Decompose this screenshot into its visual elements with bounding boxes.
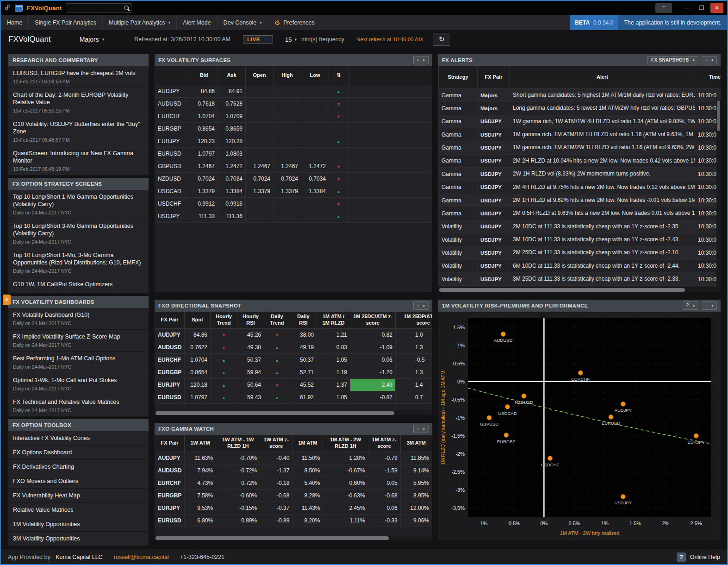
menu-alert-mode[interactable]: Alert Mode: [177, 15, 217, 30]
scrollbar-thumb[interactable]: [156, 411, 394, 415]
help-icon[interactable]: ?: [677, 552, 686, 562]
sidebar-item[interactable]: Chart of the Day: 2-Month EURGBP Volatil…: [8, 88, 149, 117]
surface-row[interactable]: USDCHF 0.9912 0.9916: [155, 198, 432, 210]
alert-row[interactable]: Gamma USDJPY 2M 4H RLZD at 9.75% hits a …: [439, 181, 721, 194]
col-header-time[interactable]: Time: [695, 66, 721, 89]
fx-pair-link[interactable]: EURGBP: [155, 123, 190, 135]
sidebar-item[interactable]: Relative Value Matrices: [8, 503, 149, 517]
sidebar-item[interactable]: 1M Volatility Opportunities: [8, 517, 149, 532]
col-header-1w-atm-zscore[interactable]: 1W ATM z-score: [260, 435, 292, 452]
alert-row[interactable]: Volatility USDJPY 3M 10DC at 111.33 is s…: [439, 233, 721, 246]
sidebar-item[interactable]: FXO Movers and Outliers: [8, 474, 149, 489]
close-button[interactable]: ✕: [710, 3, 723, 13]
frequency-dropdown[interactable]: 15▾: [285, 36, 297, 43]
fx-pair-link[interactable]: USDCAD: [155, 185, 190, 198]
horizontal-scrollbar[interactable]: [155, 410, 432, 415]
surface-row[interactable]: EURCHF 1.0704 1.0709: [155, 110, 432, 123]
sidebar-item[interactable]: FX Options Dashboard: [8, 446, 149, 460]
horizontal-scrollbar[interactable]: [155, 535, 432, 540]
menu-home[interactable]: Home: [1, 15, 29, 30]
sidebar-item[interactable]: 3M Volatility Opportunities: [8, 532, 149, 546]
directional-row[interactable]: EURGBP 0.8654 59.94 52.71 1.19 -1.20 1.3: [155, 366, 433, 378]
sort-icon[interactable]: ⇅: [329, 66, 348, 85]
directional-row[interactable]: AUDUSD 0.7622 49.38 49.19 0.83 -1.09 1.3: [155, 341, 433, 353]
sidebar-item[interactable]: Top 10 Long/Short 1-Mo Gamma Opportuniti…: [8, 190, 149, 219]
sidebar-item[interactable]: Best Performing 1-Mo ATM Call Options Da…: [8, 352, 149, 373]
menu-dev-console[interactable]: Dev Console▾: [218, 15, 268, 30]
sidebar-item[interactable]: G10 Volatility: USDJPY Butterflies enter…: [8, 117, 149, 146]
sidebar-item[interactable]: FX Volatility Dashboard (G10) Daily on 2…: [8, 308, 149, 330]
minimize-button[interactable]: —: [680, 3, 693, 13]
alert-row[interactable]: Gamma Majors Short gamma candidates: 5 h…: [439, 89, 721, 102]
email-link[interactable]: russell@kuma.capital: [114, 554, 169, 560]
alert-row[interactable]: Gamma USDJPY 2M 2H RLZD at 10.04% hits a…: [439, 154, 721, 167]
directional-row[interactable]: EURCHF 1.0704 50.37 50.37 1.05 0.06 -0.5: [155, 353, 433, 366]
col-header-low[interactable]: Low: [301, 66, 329, 85]
surface-row[interactable]: EURJPY 120.23 120.28: [155, 135, 432, 148]
gamma-row[interactable]: AUDJPY 11.63% -0.70% -0.40 11.50% 1.28% …: [155, 452, 432, 464]
col-header-daily-rsi[interactable]: Daily RSI: [290, 312, 317, 328]
help-icon[interactable]: ?: [686, 302, 689, 309]
sidebar-item[interactable]: Top 10 Long/Short 3-Mo Gamma Opportuniti…: [8, 219, 149, 248]
col-header-pair[interactable]: [155, 66, 190, 85]
col-header-daily-trend[interactable]: Daily Trend: [264, 312, 290, 328]
alert-row[interactable]: Gamma USDJPY 2W 1H RLZD vol (8.33%) 2W m…: [439, 168, 721, 181]
sidebar-item[interactable]: EURUSD, EURGBP have the cheapest 2M vols…: [8, 66, 149, 88]
col-header-hourly-trend[interactable]: Hourly Trend: [211, 312, 237, 328]
toggle-icon[interactable]: ◑: [422, 57, 425, 63]
horizontal-scrollbar[interactable]: [438, 287, 721, 292]
directional-row[interactable]: AUDJPY 84.86 45.26 38.00 1.21 -0.82 1.0: [155, 328, 433, 341]
sidebar-item[interactable]: QuantScreen: Introducing our New FX Gamm…: [8, 146, 149, 176]
sidebar-item[interactable]: FX Technical and Relative Value Matrices…: [8, 395, 149, 417]
toggle-icon[interactable]: ◑: [710, 302, 713, 309]
gamma-row[interactable]: EURGBP 7.58% -0.60% -0.68 8.28% -0.63% -…: [155, 489, 432, 502]
surface-row[interactable]: AUDJPY 84.86 84.91: [155, 85, 432, 98]
panel-controls[interactable]: ▫ ◑: [413, 425, 429, 433]
fx-pair-link[interactable]: GBPUSD: [155, 160, 190, 173]
col-header-strategy[interactable]: Strategy: [439, 66, 478, 89]
sidebar-item[interactable]: G10 1W, 1M Call/Put Strike Optimizers: [8, 277, 149, 294]
sidebar-item[interactable]: Top 10 Long/Short 1-Mo, 3-Mo Gamma Oppor…: [8, 248, 149, 277]
menu-multiple-pair-analytics[interactable]: Multiple Pair Analytics▾: [103, 15, 177, 30]
chart-help-button[interactable]: ? ◑: [683, 301, 699, 310]
surface-row[interactable]: NZDUSD 0.7024 0.7034 0.7024 0.7024 0.703…: [155, 173, 432, 185]
expand-icon[interactable]: ▫: [417, 57, 419, 63]
expand-icon[interactable]: ▫: [417, 302, 419, 309]
menu-single-fx-pair-analytics[interactable]: Single FX Pair Analytics: [29, 15, 103, 30]
col-header-1m-atm-zscore[interactable]: 1M ATM z-score: [368, 435, 400, 452]
surface-row[interactable]: EURGBP 0.8654 0.8659: [155, 123, 432, 135]
panel-controls[interactable]: ▫ ◑: [413, 301, 429, 310]
col-header-high[interactable]: High: [274, 66, 301, 85]
fx-pair-link[interactable]: EURCHF: [155, 110, 190, 123]
menu-preferences[interactable]: ⚙Preferences: [268, 15, 321, 30]
col-header-alert[interactable]: Alert: [510, 66, 695, 89]
search-icon[interactable]: [124, 6, 129, 10]
surface-row[interactable]: EURUSD 1.0797 1.0803: [155, 148, 432, 160]
col-header-1w-atm[interactable]: 1W ATM: [185, 435, 216, 452]
alert-row[interactable]: Gamma USDJPY 1M gamma rich, 1M ATM/1M 1H…: [439, 128, 721, 141]
directional-row[interactable]: EURJPY 120.18 50.64 45.52 1.37 -2.49 1.4: [155, 378, 433, 391]
toggle-icon[interactable]: ◑: [710, 57, 713, 63]
surface-row[interactable]: AUDUSD 0.7618 0.7628: [155, 98, 432, 110]
alert-row[interactable]: Volatility USDJPY 3M 25DC at 111.33 is s…: [439, 273, 721, 286]
maximize-button[interactable]: ❐: [695, 3, 708, 13]
fx-pair-link[interactable]: EURJPY: [155, 135, 190, 148]
panel-controls[interactable]: ▫ ◑: [413, 56, 429, 64]
col-header-1m-atm-rlzd[interactable]: 1M ATM - 2W RLZD 1H: [323, 435, 368, 452]
expand-icon[interactable]: ▫: [705, 302, 707, 309]
col-header-25dp-zscore[interactable]: 1M 25DP/ATM z-score: [396, 312, 433, 328]
scrollbar-thumb[interactable]: [439, 288, 685, 292]
alert-row[interactable]: Gamma Majors Long gamma candidates: 5 lo…: [439, 102, 721, 115]
refresh-button[interactable]: ↻: [433, 33, 450, 46]
volatility-scatter-plot[interactable]: -1%-0.5%0%0.5%1%1.5%2%2.5%1.5%1%0.5%0%-0…: [438, 312, 721, 540]
sidebar-item[interactable]: Interactive FX Volatility Cones: [8, 431, 149, 446]
expand-icon[interactable]: ▫: [705, 57, 707, 63]
fx-pair-link[interactable]: AUDJPY: [155, 85, 190, 98]
fx-pair-link[interactable]: USDJPY: [155, 210, 190, 223]
link-icon[interactable]: [5, 4, 11, 12]
col-header-open[interactable]: Open: [246, 66, 274, 85]
toggle-icon[interactable]: ◑: [422, 302, 425, 309]
gamma-row[interactable]: EURCHF 4.73% 0.72% -0.18 5.40% 0.60% 0.0…: [155, 477, 432, 489]
online-help-link[interactable]: Online Help: [690, 554, 720, 560]
alert-row[interactable]: Volatility USDJPY 6M 10DC at 111.33 is s…: [439, 259, 721, 272]
